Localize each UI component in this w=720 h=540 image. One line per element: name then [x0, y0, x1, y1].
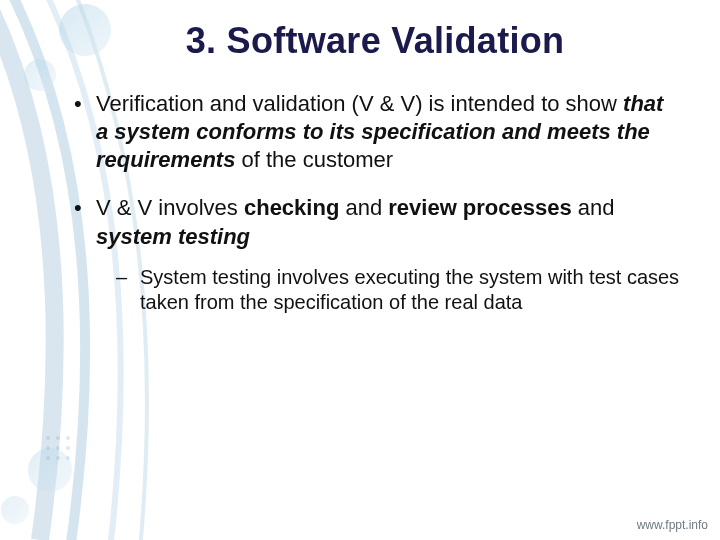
bullet-item: Verification and validation (V & V) is i…	[70, 90, 680, 174]
slide: 3. Software Validation Verification and …	[0, 0, 720, 540]
sub-bullet-item: System testing involves executing the sy…	[116, 265, 680, 316]
footer-link: www.fppt.info	[637, 518, 708, 532]
slide-title: 3. Software Validation	[70, 20, 680, 62]
sub-bullet-list: System testing involves executing the sy…	[116, 265, 680, 316]
bullet-list: Verification and validation (V & V) is i…	[70, 90, 680, 316]
bullet-item: V & V involves checking and review proce…	[70, 194, 680, 316]
